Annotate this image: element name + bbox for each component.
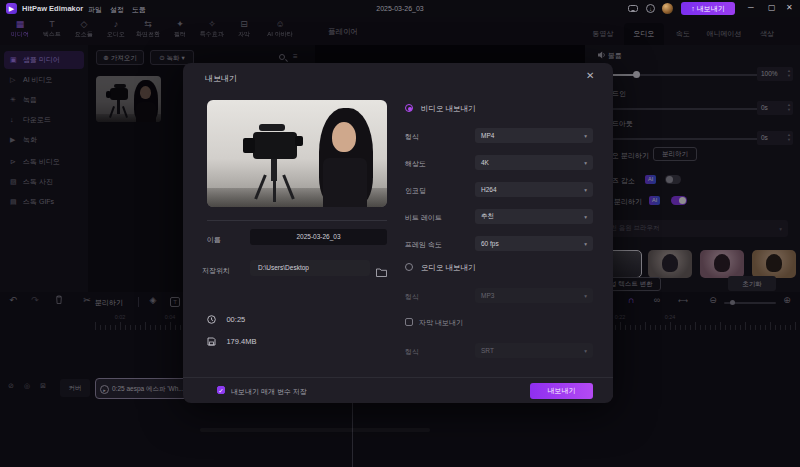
chevron-down-icon: ▾	[584, 348, 587, 354]
audio-format-label: 형식	[405, 292, 419, 302]
format-select[interactable]: MP4▾	[475, 128, 593, 143]
app-title: HitPaw Edimakor	[22, 4, 83, 13]
duration-value: 00:25	[226, 315, 245, 324]
framerate-label: 프레임 속도	[405, 240, 442, 250]
chevron-down-icon: ▾	[584, 293, 587, 299]
format-label: 형식	[405, 132, 419, 142]
export-arrow-icon: ↑	[691, 5, 695, 12]
chevron-down-icon: ▾	[584, 241, 587, 247]
close-icon[interactable]: ✕	[586, 70, 594, 81]
menu-help[interactable]: 도움	[132, 5, 146, 15]
subtitle-format-select: SRT▾	[475, 343, 593, 358]
subtitle-export-label: 자막 내보내기	[419, 318, 463, 328]
export-preview	[207, 100, 387, 207]
encoding-select[interactable]: H264▾	[475, 182, 593, 197]
chevron-down-icon: ▾	[584, 214, 587, 220]
bitrate-select[interactable]: 추천▾	[475, 209, 593, 224]
dialog-footer: ✓ 내보내기 매개 변수 저장 내보내기	[183, 377, 613, 403]
folder-icon[interactable]	[376, 263, 387, 281]
chevron-down-icon: ▾	[584, 187, 587, 193]
location-label: 저장위치	[202, 266, 230, 276]
duration-row: 00:25	[207, 308, 245, 326]
project-title: 2025-03-26_03	[350, 5, 450, 12]
menu-settings[interactable]: 설정	[110, 5, 124, 15]
framerate-select[interactable]: 60 fps▾	[475, 236, 593, 251]
export-confirm-button[interactable]: 내보내기	[530, 383, 593, 399]
title-bar: ▶ HitPaw Edimakor 파일 설정 도움 2025-03-26_03…	[0, 0, 800, 17]
divider	[207, 220, 387, 221]
window-minimize-button[interactable]: ─	[748, 3, 754, 12]
subtitle-export-checkbox[interactable]	[405, 318, 413, 326]
dialog-title: 내보내기	[205, 73, 237, 84]
chevron-down-icon: ▾	[584, 160, 587, 166]
encoding-label: 인코딩	[405, 186, 426, 196]
window-maximize-button[interactable]: ▢	[768, 3, 776, 12]
save-params-checkbox[interactable]: ✓	[217, 386, 225, 394]
location-input[interactable]: D:\Users\Desktop	[250, 260, 370, 276]
audio-export-label: 오디오 내보내기	[421, 263, 476, 273]
app-window: ▶ HitPaw Edimakor 파일 설정 도움 2025-03-26_03…	[0, 0, 800, 467]
save-params-label: 내보내기 매개 변수 저장	[231, 387, 307, 397]
filesize-row: 179.4MB	[207, 330, 256, 348]
clock-icon	[207, 315, 216, 324]
name-input[interactable]: 2025-03-26_03	[250, 229, 387, 245]
feedback-icon[interactable]	[628, 5, 638, 12]
name-label: 이름	[207, 235, 221, 245]
chevron-down-icon: ▾	[584, 133, 587, 139]
window-close-button[interactable]: ✕	[786, 3, 793, 12]
video-export-label: 비디오 내보내기	[421, 104, 476, 114]
bitrate-label: 비트 레이트	[405, 213, 442, 223]
filesize-value: 179.4MB	[226, 337, 256, 346]
subtitle-format-label: 형식	[405, 347, 419, 357]
titlebar-export-button[interactable]: ↑ 내보내기	[681, 2, 735, 15]
resolution-select[interactable]: 4K▾	[475, 155, 593, 170]
audio-export-radio[interactable]	[405, 263, 413, 271]
video-export-radio[interactable]	[405, 104, 413, 112]
app-logo-icon: ▶	[6, 3, 17, 14]
audio-format-select: MP3▾	[475, 288, 593, 303]
export-dialog: 내보내기 ✕ 이름 2025-03-26_03 저장위치 D:\Users\De…	[183, 63, 613, 403]
resolution-label: 해상도	[405, 159, 426, 169]
avatar[interactable]	[662, 3, 673, 14]
menu-file[interactable]: 파일	[88, 5, 102, 15]
download-status-icon[interactable]: ↓	[646, 4, 655, 13]
storage-icon	[207, 337, 216, 346]
